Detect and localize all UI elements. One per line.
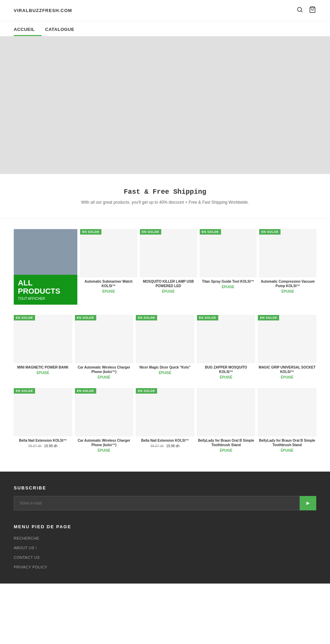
product-image	[75, 315, 133, 363]
product-card[interactable]: EN SOLDE Car Automatic Wireless Charger …	[75, 388, 133, 454]
product-info: MINI MAGNETIC POWER BANK ÉPUISÉ	[14, 363, 72, 377]
main-nav: ACCUEIL CATALOGUE	[0, 21, 330, 36]
product-status: ÉPUISÉ	[81, 290, 136, 293]
product-card[interactable]: EN SOLDE Car Automatic Wireless Charger …	[75, 315, 133, 381]
shipping-banner: Fast & Free Shipping With all our great …	[0, 174, 330, 219]
product-card[interactable]: EN SOLDE Bella Nail Extension KOLSI™ 88.…	[136, 388, 194, 454]
list-item: PRIVACY POLICY	[14, 564, 316, 570]
product-card[interactable]: EN SOLDE Nicer Magic Dicer Quick "Kols" …	[136, 315, 194, 381]
product-name: Car Automatic Wireless Charger Phone (ko…	[76, 438, 133, 447]
product-card[interactable]: EN SOLDE MINI MAGNETIC POWER BANK ÉPUISÉ	[14, 315, 72, 381]
footer-link-about[interactable]: ABOUT US !	[14, 546, 37, 550]
footer-link-recherche[interactable]: Recherche	[14, 536, 39, 540]
product-info: BellyLady for Braun Oral B Simple Toothb…	[258, 436, 316, 454]
product-status: ÉPUISÉ	[76, 449, 133, 452]
product-info: Automatic Compression Vacuum Pump KOLSI™…	[259, 277, 316, 295]
product-image	[197, 388, 255, 436]
list-item: ABOUT US !	[14, 544, 316, 551]
product-name: Car Automatic Wireless Charger Phone (ko…	[76, 365, 133, 374]
product-name: Titan Spray Guide Tool KOLSI™	[200, 279, 256, 284]
product-price: 88.87 dh 19.98 dh	[14, 444, 72, 448]
product-row-1: ALL PRODUCTS TOUT AFFICHER EN SOLDE Auto…	[14, 229, 316, 305]
en-solde-badge: EN SOLDE	[75, 388, 96, 394]
product-card[interactable]: BellyLady for Braun Oral B Simple Toothb…	[197, 388, 255, 454]
all-products-overlay: ALL PRODUCTS TOUT AFFICHER	[14, 275, 77, 305]
product-image	[14, 388, 72, 436]
product-status: ÉPUISÉ	[258, 449, 316, 452]
subscribe-form: ►	[14, 496, 316, 510]
product-name: Automatic Compression Vacuum Pump KOLSI™	[260, 279, 316, 288]
product-info: BUG ZAPPER MOSQUITO KOLSI™ ÉPUISÉ	[197, 363, 255, 381]
header-icons	[296, 6, 316, 15]
product-name: BellyLady for Braun Oral B Simple Toothb…	[198, 438, 255, 447]
nav-item-catalogue[interactable]: CATALOGUE	[45, 21, 81, 36]
en-solde-badge: EN SOLDE	[200, 229, 221, 235]
product-card[interactable]: EN SOLDE Automatic Submariner Watch KOLS…	[80, 229, 137, 305]
all-products-text: ALL PRODUCTS	[18, 279, 73, 295]
svg-point-0	[297, 7, 301, 11]
product-card[interactable]: EN SOLDE Automatic Compression Vacuum Pu…	[259, 229, 316, 305]
product-status: ÉPUISÉ	[200, 285, 256, 289]
product-image	[14, 315, 72, 363]
cart-icon[interactable]	[309, 6, 316, 15]
product-name: Automatic Submariner Watch KOLSI™	[81, 279, 136, 288]
product-status: ÉPUISÉ	[258, 375, 316, 379]
subscribe-title: SUBSCRIBE	[14, 485, 316, 490]
product-name: BellyLady for Braun Oral B Simple Toothb…	[258, 438, 316, 447]
search-icon[interactable]	[296, 6, 303, 15]
product-image	[197, 315, 255, 363]
product-price: 88.87 dh 19.98 dh	[136, 444, 194, 448]
product-image	[80, 229, 137, 277]
price-old: 88.87 dh	[28, 444, 42, 448]
product-info: Bella Nail Extension KOLSI™ 88.87 dh 19.…	[136, 436, 194, 450]
product-info: Car Automatic Wireless Charger Phone (ko…	[75, 436, 133, 454]
product-image	[136, 388, 194, 436]
email-input[interactable]	[14, 496, 300, 510]
product-card[interactable]: BellyLady for Braun Oral B Simple Toothb…	[258, 388, 316, 454]
footer-link-contact[interactable]: CONTACT US	[14, 555, 40, 560]
footer-subscribe: SUBSCRIBE ►	[14, 485, 316, 510]
price-new: 19.98 dh	[166, 444, 179, 448]
products-section: ALL PRODUCTS TOUT AFFICHER EN SOLDE Auto…	[0, 219, 330, 472]
site-logo[interactable]: VIRALBUZZFRESH.COM	[14, 8, 72, 13]
price-new: 19.98 dh	[44, 444, 57, 448]
product-name: Bella Nail Extension KOLSI™	[14, 438, 72, 443]
header: VIRALBUZZFRESH.COM	[0, 0, 330, 21]
en-solde-badge: EN SOLDE	[14, 315, 35, 320]
product-name: MINI MAGNETIC POWER BANK	[14, 365, 72, 370]
en-solde-badge: EN SOLDE	[80, 229, 101, 235]
list-item: Recherche	[14, 535, 316, 541]
product-name: Nicer Magic Dicer Quick "Kols"	[136, 365, 194, 370]
product-info: BellyLady for Braun Oral B Simple Toothb…	[197, 436, 255, 454]
en-solde-badge: EN SOLDE	[140, 229, 161, 235]
all-products-card[interactable]: ALL PRODUCTS TOUT AFFICHER	[14, 229, 77, 305]
product-card[interactable]: EN SOLDE MOSQUITO KILLER LAMP USB POWERE…	[140, 229, 197, 305]
shipping-description: With all our great products, you'll get …	[7, 200, 323, 205]
footer-menu-title: MENU PIED DE PAGE	[14, 524, 316, 529]
subscribe-button[interactable]: ►	[300, 496, 316, 510]
product-row-2: EN SOLDE MINI MAGNETIC POWER BANK ÉPUISÉ…	[14, 315, 316, 381]
product-info: MAGIC GRIP UNIVERSAL SOCKET KOLSI™ ÉPUIS…	[258, 363, 316, 381]
en-solde-badge: EN SOLDE	[75, 315, 96, 320]
product-image	[258, 315, 316, 363]
product-info: Bella Nail Extension KOLSI™ 88.87 dh 19.…	[14, 436, 72, 450]
product-card[interactable]: EN SOLDE Bella Nail Extension KOLSI™ 88.…	[14, 388, 72, 454]
product-card[interactable]: EN SOLDE Titan Spray Guide Tool KOLSI™ É…	[200, 229, 257, 305]
product-name: MOSQUITO KILLER LAMP USB POWERED LED	[141, 279, 196, 288]
product-image	[200, 229, 257, 277]
product-info: MOSQUITO KILLER LAMP USB POWERED LED ÉPU…	[140, 277, 197, 295]
product-info: Automatic Submariner Watch KOLSI™ ÉPUISÉ	[80, 277, 137, 295]
shipping-title: Fast & Free Shipping	[7, 188, 323, 196]
en-solde-badge: EN SOLDE	[258, 315, 279, 320]
product-status: ÉPUISÉ	[198, 375, 255, 379]
product-card[interactable]: EN SOLDE MAGIC GRIP UNIVERSAL SOCKET KOL…	[258, 315, 316, 381]
product-image	[75, 388, 133, 436]
product-status: ÉPUISÉ	[198, 449, 255, 452]
footer-link-privacy[interactable]: PRIVACY POLICY	[14, 565, 47, 569]
product-info: Nicer Magic Dicer Quick "Kols" ÉPUISÉ	[136, 363, 194, 377]
footer: SUBSCRIBE ► MENU PIED DE PAGE Recherche …	[0, 472, 330, 584]
nav-item-accueil[interactable]: ACCUEIL	[14, 21, 42, 36]
hero-banner	[0, 36, 330, 174]
product-card[interactable]: EN SOLDE BUG ZAPPER MOSQUITO KOLSI™ ÉPUI…	[197, 315, 255, 381]
product-name: BUG ZAPPER MOSQUITO KOLSI™	[198, 365, 255, 374]
